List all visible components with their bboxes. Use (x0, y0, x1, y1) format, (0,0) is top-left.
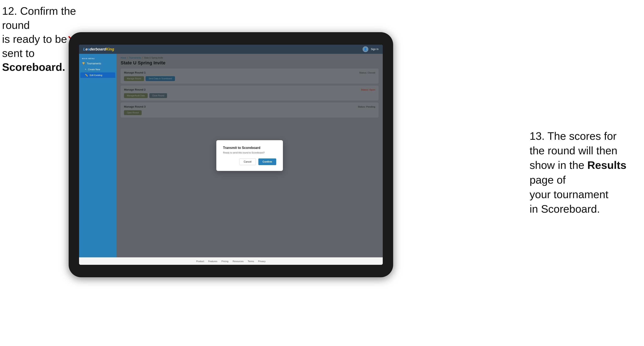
sidebar: MAIN MENU 🏆 Tournaments + Create New ✏️ … (79, 54, 116, 257)
sidebar-edit-existing-label: Edit Existing (90, 74, 102, 76)
logo-text: Leaderboard (83, 47, 106, 51)
modal-cancel-button[interactable]: Cancel (240, 159, 256, 165)
modal-box: Transmit to Scoreboard Ready to send thi… (216, 140, 283, 171)
plus-icon: + (85, 68, 86, 71)
modal-overlay: Transmit to Scoreboard Ready to send thi… (116, 54, 383, 257)
modal-subtitle: Ready to send this round to Scoreboard? (223, 151, 276, 154)
modal-title: Transmit to Scoreboard (223, 146, 276, 150)
app-layout: MAIN MENU 🏆 Tournaments + Create New ✏️ … (79, 54, 383, 257)
footer-link-product[interactable]: Product (196, 260, 204, 263)
footer-link-terms[interactable]: Terms (248, 260, 254, 263)
sidebar-item-create-new[interactable]: + Create New (79, 67, 116, 72)
user-avatar: 👤 (362, 46, 368, 52)
step-12-text: 12. Confirm the round is ready to be sen… (2, 5, 76, 73)
step-13-text: 13. The scores for the round will then s… (530, 130, 626, 215)
modal-confirm-button[interactable]: Confirm (258, 159, 276, 165)
footer-link-pricing[interactable]: Pricing (222, 260, 228, 263)
footer-link-resources[interactable]: Resources (232, 260, 244, 263)
main-content: Home / Tournaments / State U Spring Invi… (116, 54, 383, 257)
sidebar-item-tournaments[interactable]: 🏆 Tournaments (79, 60, 116, 67)
sign-in-button[interactable]: Sign In (371, 48, 378, 51)
tablet-frame: Leaderboard King 👤 Sign In MAIN MENU 🏆 T… (69, 32, 393, 277)
trophy-icon: 🏆 (82, 62, 85, 65)
sidebar-item-edit-existing[interactable]: ✏️ Edit Existing (80, 72, 115, 78)
footer-link-privacy[interactable]: Privacy (258, 260, 266, 263)
footer: Product Features Pricing Resources Terms… (79, 257, 383, 265)
sidebar-section-label: MAIN MENU (79, 56, 116, 60)
modal-buttons: Cancel Confirm (223, 159, 276, 165)
edit-icon: ✏️ (85, 74, 88, 77)
annotation-right: 13. The scores for the round will then s… (530, 129, 638, 216)
footer-link-features[interactable]: Features (208, 260, 217, 263)
sidebar-tournaments-label: Tournaments (87, 62, 101, 65)
logo: Leaderboard King (83, 47, 114, 51)
tablet-screen: Leaderboard King 👤 Sign In MAIN MENU 🏆 T… (79, 45, 383, 265)
top-bar: Leaderboard King 👤 Sign In (79, 45, 383, 54)
logo-king: King (106, 47, 114, 51)
top-bar-right: 👤 Sign In (362, 46, 378, 52)
sidebar-create-new-label: Create New (88, 68, 100, 71)
